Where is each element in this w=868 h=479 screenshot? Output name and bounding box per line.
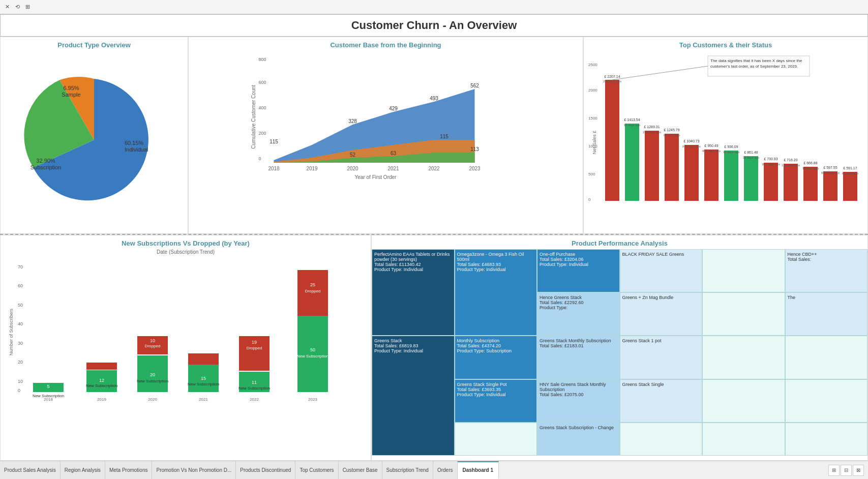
page-title: Customer Churn - An Overview	[351, 19, 517, 32]
bar-9-value: £ 730.93	[764, 157, 777, 161]
subscriptions-title: New Subscriptions Vs Dropped (by Year)	[1, 235, 371, 249]
product-cell-17[interactable]: Greens Stack Single PotTotal Sales: £369…	[455, 379, 537, 423]
sub-y-30: 30	[18, 341, 23, 346]
data-label-green-2021: 63	[391, 151, 397, 156]
data-label-2018: 115	[270, 139, 278, 144]
tab-top-customers[interactable]: Top Customers	[295, 461, 338, 479]
bar-6[interactable]	[704, 149, 719, 201]
tab-icon-grid[interactable]: ⊟	[841, 465, 852, 476]
x-label-2019: 2019	[306, 166, 318, 171]
tab-dashboard-1[interactable]: Dashboard 1	[458, 461, 499, 479]
tab-customer-base[interactable]: Customer Base	[339, 461, 382, 479]
data-label-orange: 115	[440, 134, 448, 139]
subscriptions-subtitle: Date (Subscription Trend)	[1, 249, 371, 255]
product-cell-21	[785, 379, 868, 423]
bar-2018-new-label-1: 5	[47, 384, 49, 389]
bar-12-value: £ 597.55	[823, 166, 837, 169]
bar-11-days: 18 days ago	[802, 167, 819, 170]
pie-chart-svg: 60.15% Individual 32.90% Subscription 6.…	[18, 64, 170, 216]
bar-2-days: 19 days ago	[624, 124, 641, 127]
y-0: 0	[588, 197, 591, 202]
y-axis-400: 400	[259, 105, 266, 110]
label-individual: 60.15%	[125, 140, 144, 146]
sub-y-50: 50	[18, 303, 23, 308]
tab-subscription-trend[interactable]: Subscription Trend	[382, 461, 433, 479]
bar-10-value: £ 716.20	[784, 158, 797, 162]
subscriptions-panel: New Subscriptions Vs Dropped (by Year) D…	[0, 235, 371, 461]
bar-5-days: 646 days ago	[682, 145, 701, 148]
close-icon[interactable]: ✕	[3, 3, 11, 11]
product-cell-19[interactable]: Greens Stack Single	[620, 379, 703, 423]
annotation-text-2: customer's last order, as of September 2…	[710, 64, 798, 69]
bar-1-value: £ 2207.14	[604, 75, 620, 78]
tab-orders[interactable]: Orders	[433, 461, 458, 479]
product-cell-18[interactable]: HNY Sale Greens Stack Monthly Subscripti…	[537, 379, 620, 423]
tab-action-icons: ⊞ ⊟ ⊠	[824, 461, 868, 479]
grid-icon[interactable]: ⊞	[23, 3, 32, 11]
bar-5[interactable]	[684, 145, 699, 201]
label-individual-text: Individual	[125, 146, 148, 153]
y-1500: 1500	[588, 116, 597, 121]
product-cell-13[interactable]: Greens Stack Monthly SubscriptionTotal S…	[537, 336, 620, 379]
bar-8[interactable]	[744, 156, 758, 201]
bar-2019-dropped[interactable]	[86, 363, 117, 370]
product-cell-20	[702, 379, 785, 423]
product-cell-10[interactable]: The	[785, 292, 868, 336]
bar-9[interactable]	[764, 163, 778, 201]
y-axis-800: 800	[259, 57, 266, 62]
tab-meta-promotions[interactable]: Meta Promotions	[105, 461, 153, 479]
product-cell-7[interactable]: Hence Greens StackTotal Sales: £2292.60P…	[537, 292, 620, 336]
top-customers-y-label: Net Sales £	[592, 131, 597, 155]
label-subscription: 32.90%	[36, 158, 55, 164]
bar-11[interactable]	[803, 167, 818, 201]
tab-icon-more[interactable]: ⊠	[853, 465, 864, 476]
resize-icon[interactable]: ⟲	[13, 3, 21, 11]
bar-1[interactable]	[605, 80, 619, 201]
tab-product-sales[interactable]: Product Sales Analysis	[0, 461, 61, 479]
product-cell-2[interactable]: Omega3zone - Omega 3 Fish Oil 500mlTotal…	[455, 249, 537, 336]
tab-promotion-vs-non[interactable]: Promotion Vs Non Promotion D...	[152, 461, 236, 479]
bar-7[interactable]	[724, 151, 738, 201]
x-label-2018: 2018	[268, 166, 280, 171]
bar-13[interactable]	[843, 172, 857, 201]
annotation-text-1: The data signifies that it has been X da…	[710, 58, 802, 63]
x-axis-title: Year of First Order	[355, 174, 397, 180]
sub-y-10: 10	[18, 379, 23, 384]
data-label-green-2023: 113	[470, 146, 479, 152]
x-label-2023: 2023	[469, 166, 481, 171]
tab-bar: Product Sales Analysis Region Analysis M…	[0, 461, 868, 479]
product-cell-23[interactable]: Greens Stack Subscription - Change	[537, 423, 620, 456]
tab-icon-fit[interactable]: ⊞	[828, 465, 840, 476]
bar-2021-new-val: 15	[201, 376, 206, 381]
top-customers-title: Top Customers & their Status	[584, 37, 867, 51]
product-cell-4[interactable]: BLACK FRIDAY SALE Greens	[620, 249, 703, 292]
bar-4-days: 95 days ago	[664, 134, 680, 137]
bar-10[interactable]	[784, 164, 798, 201]
product-cell-14[interactable]: Greens Stack 1 pot	[620, 336, 703, 379]
bar-2019-year: 2019	[97, 397, 106, 402]
product-cell-11[interactable]: Greens StackTotal Sales: £6819.83Product…	[372, 336, 455, 456]
product-cell-3[interactable]: One-off PurchaseTotal Sales: £3204.06Pro…	[537, 249, 620, 292]
bar-9-days: 382 days ago	[762, 163, 781, 166]
bar-2023-dropped-label: Dropped	[305, 289, 321, 293]
bar-2[interactable]	[625, 124, 639, 201]
sub-y-40: 40	[18, 321, 23, 326]
product-cell-8[interactable]: Greens + Zn Mag Bundle	[620, 292, 703, 336]
charts-top-row: Product Type Overview 60.15% Individual	[0, 37, 868, 235]
x-label-2020: 2020	[347, 166, 358, 171]
bar-2021-dropped[interactable]	[188, 353, 219, 365]
product-cell-12[interactable]: Monthly SubscriptionTotal Sales: £4374.2…	[455, 336, 537, 379]
bar-3[interactable]	[645, 131, 659, 201]
product-cell-22	[455, 423, 537, 456]
product-performance-panel: Product Performance Analysis PerfectAmin…	[371, 235, 868, 461]
bar-2022-new-label: New Subscription	[238, 386, 270, 391]
product-cell-6[interactable]: Hence CBD++Total Sales:	[785, 249, 868, 292]
product-cell-1[interactable]: PerfectAmino EAAs Tablets or Drinks powd…	[372, 249, 455, 336]
bar-12[interactable]	[823, 171, 837, 201]
bar-3-value: £ 1289.31	[644, 125, 660, 129]
bar-4[interactable]	[665, 134, 679, 201]
tab-region-analysis[interactable]: Region Analysis	[61, 461, 105, 479]
tab-products-discontinued[interactable]: Products Discontinued	[236, 461, 295, 479]
y-axis-200: 200	[259, 131, 266, 136]
bar-11-value: £ 666.88	[803, 161, 817, 165]
